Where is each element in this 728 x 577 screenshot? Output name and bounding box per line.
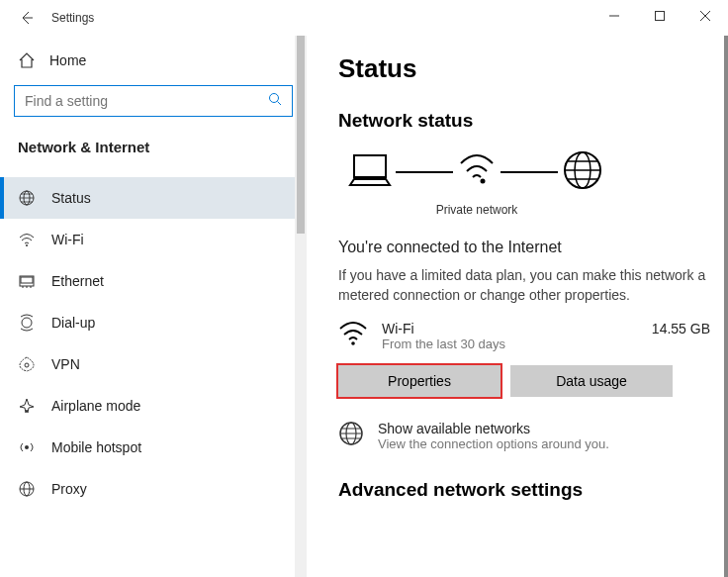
- sidebar: Home Network & Internet Status Wi-Fi Eth…: [0, 36, 307, 577]
- wifi-usage-value: 14.55 GB: [652, 321, 728, 337]
- sidebar-item-wifi[interactable]: Wi-Fi: [0, 219, 307, 260]
- globe-icon: [338, 421, 364, 450]
- svg-point-1: [270, 94, 279, 103]
- wifi-sub: From the last 30 days: [382, 337, 638, 351]
- vpn-icon: [18, 355, 36, 373]
- hotspot-icon: [18, 438, 36, 456]
- ethernet-icon: [18, 272, 36, 290]
- svg-point-13: [481, 179, 486, 184]
- search-box[interactable]: [14, 85, 293, 117]
- section-title: Network status: [338, 110, 728, 132]
- home-icon: [18, 51, 36, 69]
- wifi-icon: [338, 321, 368, 350]
- network-diagram: [338, 149, 728, 195]
- svg-rect-12: [354, 155, 386, 177]
- sidebar-item-label: Proxy: [51, 481, 87, 497]
- sidebar-item-hotspot[interactable]: Mobile hotspot: [0, 427, 307, 468]
- sidebar-item-status[interactable]: Status: [0, 177, 307, 219]
- svg-point-7: [22, 318, 32, 328]
- minimize-button[interactable]: [592, 0, 637, 32]
- wifi-usage-row: Wi-Fi From the last 30 days 14.55 GB: [338, 321, 728, 351]
- available-title: Show available networks: [378, 421, 609, 436]
- sidebar-item-label: Dial-up: [51, 315, 95, 331]
- back-button[interactable]: [14, 10, 40, 26]
- sidebar-item-airplane[interactable]: Airplane mode: [0, 385, 307, 427]
- svg-point-16: [351, 341, 355, 345]
- show-available-networks[interactable]: Show available networks View the connect…: [338, 421, 728, 451]
- connector-line: [396, 171, 453, 173]
- svg-rect-0: [656, 12, 665, 21]
- search-input[interactable]: [25, 93, 256, 109]
- svg-point-8: [25, 363, 29, 367]
- available-sub: View the connection options around you.: [378, 436, 609, 451]
- computer-icon: [348, 151, 392, 193]
- wifi-icon: [18, 231, 36, 248]
- properties-button[interactable]: Properties: [338, 365, 500, 397]
- sidebar-scrollbar[interactable]: [295, 36, 307, 577]
- globe-icon: [18, 189, 36, 207]
- sidebar-item-vpn[interactable]: VPN: [0, 343, 307, 385]
- dialup-icon: [18, 314, 36, 332]
- connection-title: You're connected to the Internet: [338, 239, 728, 256]
- main-content: Status Network status Private network Yo…: [307, 36, 728, 577]
- proxy-icon: [18, 480, 36, 498]
- sidebar-item-label: VPN: [51, 356, 80, 372]
- home-label: Home: [49, 52, 86, 68]
- main-scrollbar[interactable]: [724, 36, 728, 577]
- sidebar-section-title: Network & Internet: [0, 139, 307, 155]
- globe-large-icon: [562, 149, 603, 195]
- maximize-button[interactable]: [637, 0, 682, 32]
- wifi-signal-icon: [457, 151, 497, 193]
- connection-description: If you have a limited data plan, you can…: [338, 266, 728, 305]
- sidebar-item-label: Wi-Fi: [51, 232, 84, 247]
- airplane-icon: [18, 397, 36, 415]
- diagram-caption: Private network: [338, 203, 615, 217]
- sidebar-item-label: Ethernet: [51, 273, 104, 289]
- title-bar: Settings: [0, 0, 728, 36]
- sidebar-item-label: Status: [51, 190, 91, 206]
- sidebar-item-proxy[interactable]: Proxy: [0, 468, 307, 510]
- sidebar-item-label: Mobile hotspot: [51, 439, 141, 455]
- svg-point-9: [25, 445, 29, 449]
- sidebar-item-ethernet[interactable]: Ethernet: [0, 260, 307, 302]
- connector-line: [500, 171, 558, 173]
- svg-rect-6: [21, 277, 33, 283]
- sidebar-item-dialup[interactable]: Dial-up: [0, 302, 307, 343]
- sidebar-item-label: Airplane mode: [51, 398, 140, 414]
- home-link[interactable]: Home: [0, 51, 307, 69]
- svg-point-4: [26, 244, 28, 246]
- page-title: Status: [338, 53, 728, 84]
- window-title: Settings: [51, 11, 94, 25]
- data-usage-button[interactable]: Data usage: [510, 365, 673, 397]
- advanced-section-title: Advanced network settings: [338, 479, 728, 501]
- close-button[interactable]: [682, 0, 728, 32]
- wifi-name: Wi-Fi: [382, 321, 638, 337]
- search-icon: [268, 92, 282, 110]
